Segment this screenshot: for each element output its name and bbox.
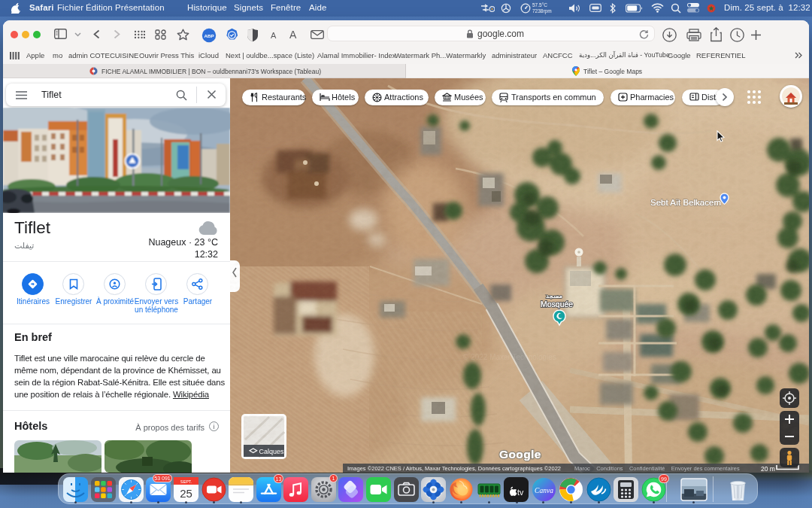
svg-text:tv: tv: [517, 488, 524, 497]
svg-text:25: 25: [180, 487, 192, 500]
svg-text:SEPT.: SEPT.: [180, 479, 192, 484]
svg-text:Canva: Canva: [535, 487, 553, 494]
svg-text:ABP: ABP: [204, 33, 214, 38]
